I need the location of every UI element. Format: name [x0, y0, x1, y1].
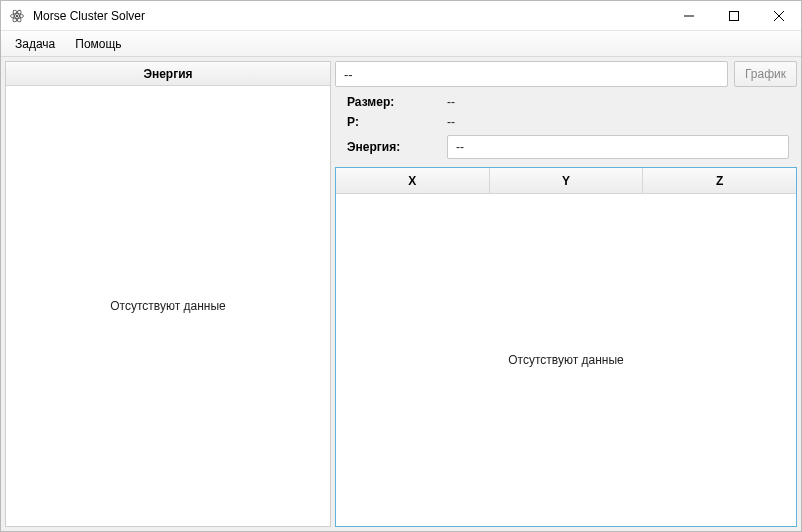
coordinates-header-row: X Y Z: [336, 168, 796, 194]
size-value: --: [447, 95, 455, 109]
coordinates-table: X Y Z Отсутствуют данные: [335, 167, 797, 527]
energy-list-empty: Отсутствуют данные: [110, 299, 225, 313]
col-header-z[interactable]: Z: [643, 168, 796, 193]
app-icon: [9, 8, 25, 24]
energy-row: Энергия: --: [347, 135, 789, 159]
maximize-button[interactable]: [711, 1, 756, 30]
p-row: P: --: [347, 115, 789, 129]
info-block: Размер: -- P: -- Энергия: --: [335, 91, 797, 163]
app-window: Morse Cluster Solver Задача Помощь Энерг…: [0, 0, 802, 532]
content: Энергия Отсутствуют данные -- График Раз…: [1, 57, 801, 531]
selection-input-value: --: [344, 67, 353, 82]
window-title: Morse Cluster Solver: [33, 9, 666, 23]
titlebar: Morse Cluster Solver: [1, 1, 801, 31]
menu-task[interactable]: Задача: [5, 31, 65, 56]
svg-rect-5: [729, 11, 738, 20]
coordinates-empty: Отсутствуют данные: [508, 353, 623, 367]
col-header-y[interactable]: Y: [490, 168, 644, 193]
close-button[interactable]: [756, 1, 801, 30]
graph-button[interactable]: График: [734, 61, 797, 87]
menu-help[interactable]: Помощь: [65, 31, 131, 56]
right-panel: -- График Размер: -- P: -- Энергия: --: [335, 61, 797, 527]
selection-input[interactable]: --: [335, 61, 728, 87]
p-label: P:: [347, 115, 447, 129]
minimize-button[interactable]: [666, 1, 711, 30]
energy-list-panel: Энергия Отсутствуют данные: [5, 61, 331, 527]
energy-label: Энергия:: [347, 140, 447, 154]
size-label: Размер:: [347, 95, 447, 109]
energy-input[interactable]: --: [447, 135, 789, 159]
menubar: Задача Помощь: [1, 31, 801, 57]
svg-point-0: [16, 14, 19, 17]
coordinates-body: Отсутствуют данные: [336, 194, 796, 526]
energy-list-body: Отсутствуют данные: [6, 86, 330, 526]
size-row: Размер: --: [347, 95, 789, 109]
p-value: --: [447, 115, 455, 129]
energy-list-header: Энергия: [6, 62, 330, 86]
top-row: -- График: [335, 61, 797, 87]
energy-input-value: --: [456, 140, 464, 154]
col-header-x[interactable]: X: [336, 168, 490, 193]
window-controls: [666, 1, 801, 30]
